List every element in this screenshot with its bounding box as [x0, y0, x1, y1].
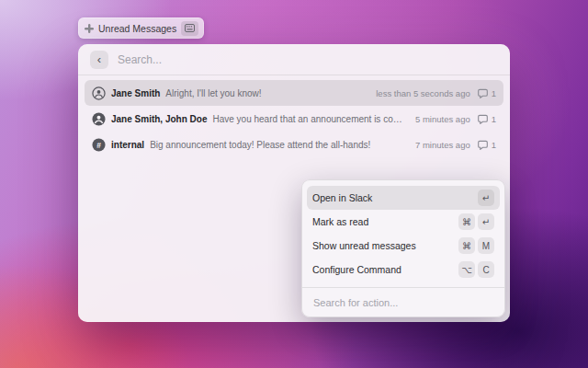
message-count: 1: [492, 140, 496, 150]
action-menu-items: Open in Slack ↵ Mark as read ⌘ ↵ Show un…: [302, 180, 504, 287]
action-label: Open in Slack: [312, 192, 372, 203]
person-circle-icon: [92, 86, 106, 100]
keyboard-shortcut-box[interactable]: [181, 21, 198, 36]
m-key: M: [478, 237, 494, 254]
message-time: less than 5 seconds ago: [376, 88, 469, 98]
message-preview: Big announcement today! Please attend th…: [150, 140, 370, 150]
shortcut-keys: ⌘ ↵: [458, 213, 494, 230]
message-meta: 7 minutes ago 1: [415, 140, 496, 150]
message-sender: Jane Smith, John Doe: [111, 114, 207, 124]
message-count: 1: [492, 114, 496, 124]
message-preview: Alright, I'll let you know!: [165, 88, 261, 98]
action-item-open-in-slack[interactable]: Open in Slack ↵: [307, 186, 500, 210]
people-circle-icon: [92, 112, 106, 126]
comment-bubble-icon: [478, 114, 488, 124]
message-row[interactable]: Jane Smith Alright, I'll let you know! l…: [85, 80, 503, 106]
action-menu: Open in Slack ↵ Mark as read ⌘ ↵ Show un…: [301, 179, 505, 317]
shortcut-keys: ⌥ C: [458, 261, 494, 278]
action-label: Configure Command: [312, 264, 401, 275]
return-key-icon: ↵: [478, 190, 494, 206]
hotkey-chip[interactable]: Unread Messages: [78, 17, 204, 39]
svg-text:#: #: [96, 140, 101, 149]
command-key-icon: ⌘: [458, 237, 475, 254]
option-key-icon: ⌥: [458, 261, 475, 278]
action-item-show-unread-messages[interactable]: Show unread messages ⌘ M: [307, 234, 500, 258]
message-sender: Jane Smith: [111, 88, 160, 98]
back-button[interactable]: ‹: [90, 51, 108, 69]
hotkey-chip-label: Unread Messages: [98, 23, 176, 34]
desktop: { "hotkey_chip": { "label": "Unread Mess…: [0, 0, 588, 368]
action-item-configure-command[interactable]: Configure Command ⌥ C: [307, 258, 500, 282]
search-input[interactable]: Search...: [118, 53, 498, 66]
search-header: ‹ Search...: [78, 44, 510, 75]
message-count: 1: [492, 88, 496, 98]
message-meta: 5 minutes ago 1: [415, 114, 496, 124]
hash-channel-icon: #: [92, 138, 106, 152]
message-row[interactable]: # internal Big announcement today! Pleas…: [85, 132, 503, 157]
action-item-mark-as-read[interactable]: Mark as read ⌘ ↵: [307, 210, 500, 234]
message-time: 5 minutes ago: [415, 114, 470, 124]
action-search-input[interactable]: Search for action...: [302, 288, 504, 316]
message-preview: Have you heard that an announcement is c…: [212, 114, 410, 124]
raycast-window: ‹ Search... Jane Smith Alright, I'll let…: [78, 44, 510, 322]
command-key-icon: ⌘: [458, 213, 475, 230]
shortcut-keys: ↵: [478, 190, 494, 206]
message-row[interactable]: Jane Smith, John Doe Have you heard that…: [85, 106, 503, 132]
shortcut-keys: ⌘ M: [458, 237, 494, 254]
return-key-icon: ↵: [478, 213, 494, 230]
action-label: Show unread messages: [312, 240, 416, 251]
comment-bubble-icon: [478, 140, 488, 150]
comment-bubble-icon: [478, 88, 488, 98]
keyboard-icon: [185, 24, 195, 32]
action-label: Mark as read: [312, 216, 368, 227]
message-meta: less than 5 seconds ago 1: [376, 88, 496, 98]
message-time: 7 minutes ago: [415, 140, 470, 150]
message-sender: internal: [111, 140, 144, 150]
slack-icon: [85, 24, 94, 33]
c-key: C: [478, 261, 494, 278]
message-list: Jane Smith Alright, I'll let you know! l…: [78, 75, 510, 157]
